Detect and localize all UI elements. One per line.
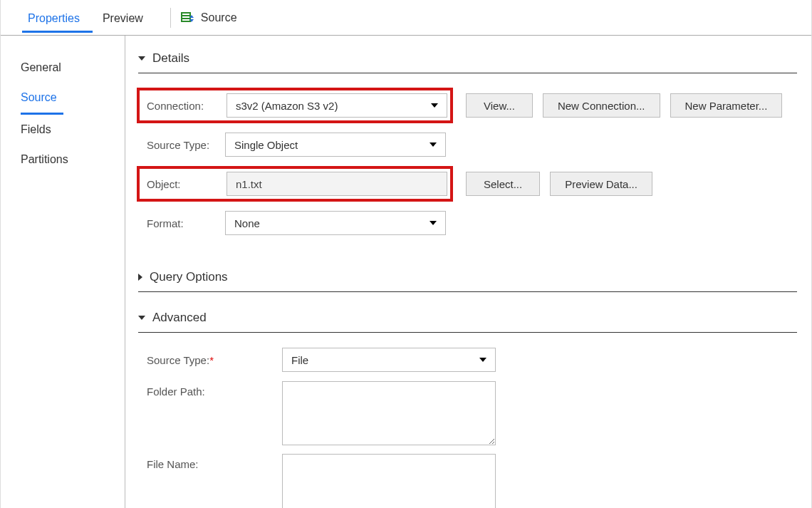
sidebar-item-source[interactable]: Source <box>21 83 63 115</box>
source-header-label: Source <box>201 11 237 24</box>
section-details: Details Connection: s3v2 (Amazon S3 v2) … <box>138 46 797 252</box>
section-query-options-header[interactable]: Query Options <box>138 264 797 292</box>
sidebar-item-general[interactable]: General <box>21 53 63 83</box>
sidebar-item-fields[interactable]: Fields <box>21 115 63 145</box>
connection-select[interactable]: s3v2 (Amazon S3 v2) <box>227 93 447 118</box>
format-label: Format: <box>147 217 225 229</box>
section-query-options: Query Options <box>138 264 797 292</box>
main-panel: Details Connection: s3v2 (Amazon S3 v2) … <box>125 36 811 508</box>
source-type-value: Single Object <box>234 139 298 151</box>
format-select[interactable]: None <box>225 211 446 235</box>
svg-rect-2 <box>182 16 189 18</box>
properties-sidebar: General Source Fields Partitions <box>1 36 125 508</box>
section-details-title: Details <box>152 51 189 66</box>
svg-rect-3 <box>182 19 189 21</box>
section-query-options-title: Query Options <box>150 270 228 284</box>
chevron-down-icon <box>138 56 145 61</box>
source-type-label: Source Type: <box>147 139 225 151</box>
tab-preview[interactable]: Preview <box>97 4 156 32</box>
source-type-select[interactable]: Single Object <box>225 133 446 157</box>
preview-data-button[interactable]: Preview Data... <box>550 172 652 196</box>
object-label: Object: <box>147 178 227 190</box>
format-value: None <box>234 217 260 229</box>
object-value: n1.txt <box>236 178 262 190</box>
object-field: n1.txt <box>227 172 447 196</box>
select-object-button[interactable]: Select... <box>466 172 540 196</box>
connection-value: s3v2 (Amazon S3 v2) <box>236 100 338 112</box>
adv-source-type-select[interactable]: File <box>282 348 496 372</box>
object-highlight: Object: n1.txt <box>137 166 453 202</box>
connection-label: Connection: <box>147 100 227 112</box>
section-advanced-title: Advanced <box>152 311 207 325</box>
section-details-header[interactable]: Details <box>138 46 797 73</box>
new-parameter-button[interactable]: New Parameter... <box>670 93 783 118</box>
sidebar-item-partitions[interactable]: Partitions <box>21 145 74 175</box>
source-table-icon <box>181 12 194 24</box>
file-name-input[interactable] <box>282 454 496 508</box>
file-name-label: File Name: <box>147 454 282 470</box>
top-tab-bar: Properties Preview Source <box>1 0 811 36</box>
folder-path-label: Folder Path: <box>147 381 282 398</box>
chevron-down-icon <box>138 316 145 320</box>
new-connection-button[interactable]: New Connection... <box>543 93 660 118</box>
svg-rect-1 <box>182 14 189 15</box>
tab-properties[interactable]: Properties <box>22 4 93 32</box>
tab-separator <box>170 8 171 28</box>
source-header: Source <box>181 11 237 24</box>
connection-highlight: Connection: s3v2 (Amazon S3 v2) <box>137 88 453 123</box>
section-advanced: Advanced Source Type:* File Folder Path: <box>138 305 797 508</box>
view-button[interactable]: View... <box>466 93 533 118</box>
adv-source-type-label: Source Type:* <box>147 354 282 366</box>
section-advanced-header[interactable]: Advanced <box>138 305 797 333</box>
chevron-right-icon <box>138 274 142 281</box>
required-indicator: * <box>209 354 214 366</box>
folder-path-input[interactable] <box>282 381 496 445</box>
adv-source-type-value: File <box>291 354 308 366</box>
